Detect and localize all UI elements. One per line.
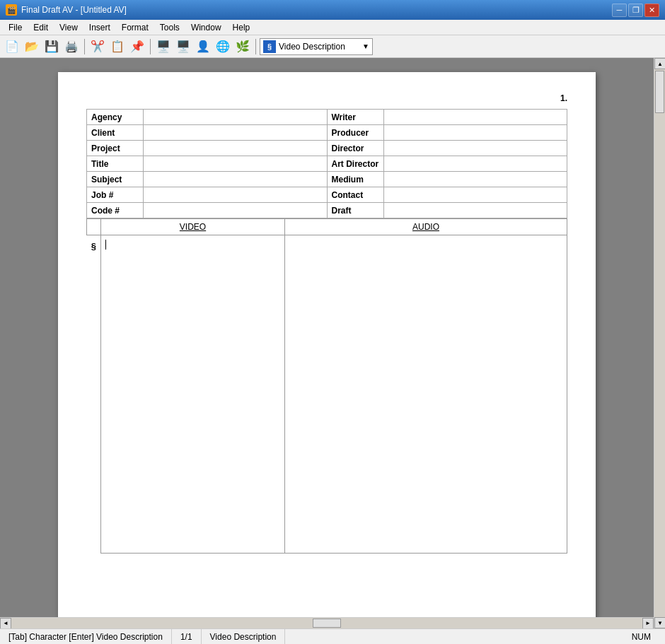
header-left-value-3[interactable]: [144, 156, 328, 172]
title-bar: 🎬 Final Draft AV - [Untitled AV] ─ ❐ ✕: [0, 0, 665, 20]
doc-area: 1. Agency Writer Client Producer Project…: [0, 58, 654, 628]
header-right-value-0[interactable]: [383, 110, 567, 125]
menu-help[interactable]: Help: [227, 21, 256, 34]
header-right-value-2[interactable]: [383, 141, 567, 156]
btn-6[interactable]: 🖥️: [174, 37, 192, 56]
scroll-left-button[interactable]: ◄: [0, 618, 11, 629]
page-number: 1.: [86, 93, 567, 103]
video-content-cell[interactable]: [101, 235, 285, 554]
header-right-label-6: Draft: [327, 203, 383, 218]
header-left-value-0[interactable]: [144, 110, 328, 125]
save-icon: 💾: [45, 40, 59, 53]
header-right-label-3: Art Director: [327, 156, 383, 172]
btn-9[interactable]: 🌿: [233, 37, 252, 56]
print-icon: 🖨️: [64, 40, 79, 53]
btn-5[interactable]: 🖥️: [154, 37, 173, 56]
header-left-label-0: Agency: [87, 110, 144, 125]
window-area: 1. Agency Writer Client Producer Project…: [0, 58, 665, 628]
title-bar-text: Final Draft AV - [Untitled AV]: [21, 5, 127, 15]
menu-insert[interactable]: Insert: [83, 21, 116, 34]
icon-7: 👤: [196, 40, 210, 53]
header-left-value-5[interactable]: [144, 187, 328, 203]
scroll-down-button[interactable]: ▼: [654, 617, 665, 628]
h-scroll-track[interactable]: [11, 618, 642, 628]
header-row-5: Job # Contact: [87, 187, 567, 203]
menu-format[interactable]: Format: [116, 21, 154, 34]
status-num: NUM: [623, 629, 659, 644]
header-right-label-2: Director: [327, 141, 383, 156]
header-right-value-5[interactable]: [383, 187, 567, 203]
dropdown-arrow-icon: ▼: [362, 42, 369, 50]
header-left-value-4[interactable]: [144, 172, 328, 187]
title-bar-controls[interactable]: ─ ❐ ✕: [612, 4, 659, 17]
status-bar: [Tab] Character [Enter] Video Descriptio…: [0, 628, 665, 644]
icon-6: 🖥️: [176, 40, 190, 53]
menu-file[interactable]: File: [3, 21, 28, 34]
status-element: Video Description: [202, 629, 286, 644]
close-button[interactable]: ✕: [644, 4, 659, 17]
menu-tools[interactable]: Tools: [154, 21, 185, 34]
header-right-value-3[interactable]: [383, 156, 567, 172]
copy-button[interactable]: 📋: [108, 37, 127, 56]
header-left-label-6: Code #: [87, 203, 144, 218]
doc-content[interactable]: 1. Agency Writer Client Producer Project…: [0, 58, 654, 617]
video-header: VIDEO: [101, 219, 285, 235]
header-table: Agency Writer Client Producer Project Di…: [86, 109, 567, 218]
open-icon: 📂: [25, 40, 39, 53]
header-right-value-6[interactable]: [383, 203, 567, 218]
btn-7[interactable]: 👤: [194, 37, 212, 56]
header-left-label-3: Title: [87, 156, 144, 172]
header-row-3: Title Art Director: [87, 156, 567, 172]
separator-1: [84, 39, 85, 54]
save-button[interactable]: 💾: [42, 37, 61, 56]
icon-5: 🖥️: [156, 40, 170, 53]
av-header-row: VIDEO AUDIO: [87, 219, 567, 235]
header-left-label-4: Subject: [87, 172, 144, 187]
new-button[interactable]: 📄: [3, 37, 21, 56]
header-left-label-1: Client: [87, 125, 144, 141]
minimize-button[interactable]: ─: [612, 4, 627, 17]
icon-9: 🌿: [236, 40, 250, 53]
menu-edit[interactable]: Edit: [28, 21, 54, 34]
print-button[interactable]: 🖨️: [62, 37, 81, 56]
header-left-value-2[interactable]: [144, 141, 328, 156]
menu-window[interactable]: Window: [185, 21, 227, 34]
scroll-right-button[interactable]: ►: [642, 618, 654, 629]
bottom-scrollbar[interactable]: ◄ ►: [0, 617, 654, 628]
status-page-info: 1/1: [172, 629, 202, 644]
header-right-value-4[interactable]: [383, 172, 567, 187]
right-scrollbar[interactable]: ▲ ▼: [654, 58, 665, 628]
audio-content-cell[interactable]: [285, 235, 567, 554]
header-row-0: Agency Writer: [87, 110, 567, 125]
audio-header: AUDIO: [285, 219, 567, 235]
header-right-label-5: Contact: [327, 187, 383, 203]
av-content-row: §: [87, 235, 567, 554]
paste-button[interactable]: 📌: [128, 37, 146, 56]
v-scroll-track[interactable]: [654, 69, 665, 617]
paste-icon: 📌: [130, 40, 144, 53]
separator-3: [255, 39, 256, 54]
element-dropdown[interactable]: § Video Description ▼: [260, 38, 373, 55]
btn-8[interactable]: 🌐: [214, 37, 232, 56]
text-cursor: [105, 240, 106, 250]
cut-icon: ✂️: [91, 40, 105, 53]
h-scroll-thumb[interactable]: [313, 619, 341, 628]
doc-scroll: 1. Agency Writer Client Producer Project…: [0, 58, 654, 628]
header-left-value-6[interactable]: [144, 203, 328, 218]
open-button[interactable]: 📂: [23, 37, 41, 56]
header-row-2: Project Director: [87, 141, 567, 156]
cut-button[interactable]: ✂️: [88, 37, 107, 56]
scroll-up-button[interactable]: ▲: [654, 58, 665, 69]
section-icon: §: [263, 40, 276, 53]
icon-8: 🌐: [216, 40, 230, 53]
v-scroll-thumb[interactable]: [655, 71, 664, 113]
restore-button[interactable]: ❐: [628, 4, 643, 17]
app-icon: 🎬: [6, 4, 17, 16]
menu-view[interactable]: View: [54, 21, 83, 34]
header-right-value-1[interactable]: [383, 125, 567, 141]
toolbar: 📄 📂 💾 🖨️ ✂️ 📋 📌 🖥️ 🖥️ 👤 🌐 🌿 § Vi: [0, 35, 665, 58]
copy-icon: 📋: [110, 40, 125, 53]
section-marker: §: [87, 235, 101, 554]
header-right-label-1: Producer: [327, 125, 383, 141]
header-left-value-1[interactable]: [144, 125, 328, 141]
